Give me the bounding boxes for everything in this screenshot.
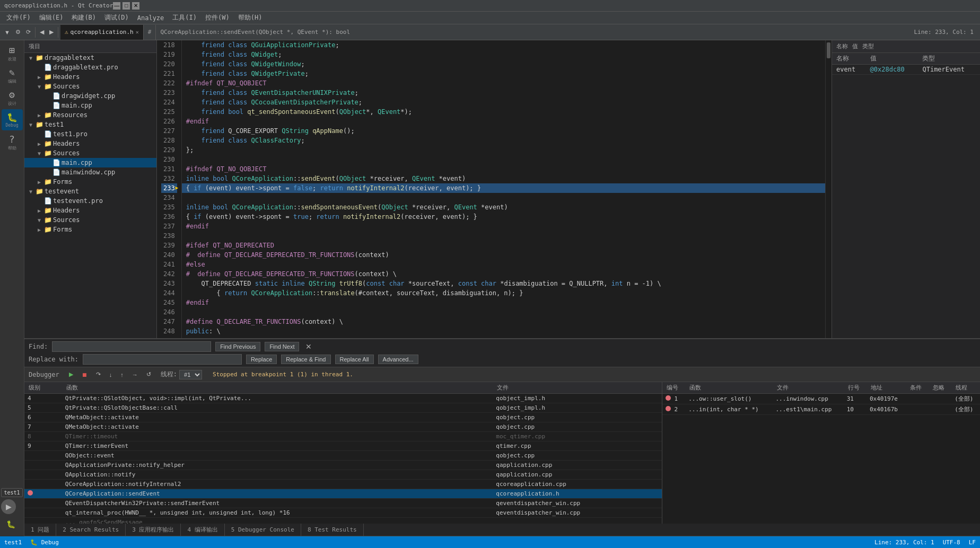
tree-item-forms-2[interactable]: ▶ 📁 Forms (24, 225, 156, 234)
stack-cell-file-8: qapplication.cpp (493, 470, 662, 480)
tree-item-sources-2[interactable]: ▼ 📁 Sources (24, 148, 156, 158)
menu-help[interactable]: 帮助(H) (234, 12, 267, 23)
debug-step-out-btn[interactable]: ↑ (117, 370, 127, 379)
menu-edit[interactable]: 编辑(E) (35, 12, 68, 23)
tree-item-headers-2[interactable]: ▶ 📁 Headers (24, 139, 156, 148)
debug-continue-btn[interactable]: ▶ (66, 370, 76, 379)
tree-item-draggabletext[interactable]: ▼ 📁 draggabletext (24, 53, 156, 63)
find-prev-button[interactable]: Find Previous (215, 342, 260, 351)
stack-row-6[interactable]: QObject::event qobject.cpp (24, 451, 662, 461)
maximize-button[interactable]: □ (122, 2, 130, 10)
bp-row-0[interactable]: 1 ...ow::user_slot() ...inwindow.cpp 31 … (662, 394, 980, 404)
bottom-tab-problems[interactable]: 1 问题 (24, 524, 56, 536)
icon-bar-help-label: 帮助 (8, 145, 16, 151)
debug-reset-btn[interactable]: ↺ (143, 370, 154, 379)
stack-row-11[interactable]: QEventDispatcherWin32Private::sendTimerE… (24, 499, 662, 508)
tree-item-testevent[interactable]: ▼ 📁 testevent (24, 187, 156, 196)
stack-row-8[interactable]: QApplication::notify qapplication.cpp (24, 470, 662, 480)
tab-2[interactable]: # (144, 25, 156, 40)
toolbar-btn-1[interactable]: ▼ (2, 28, 12, 37)
debug-step-over-btn[interactable]: ↷ (93, 370, 104, 379)
bottom-tab-search[interactable]: 2 Search Results (56, 524, 126, 536)
tab-close-1[interactable]: ✕ (136, 29, 139, 35)
tree-item-draggabletext-pro[interactable]: 📄 draggabletext.pro (24, 63, 156, 72)
icon-bar-edit[interactable]: ✎ 编辑 (2, 65, 23, 86)
editor-scrollbar[interactable] (825, 40, 832, 338)
replace-all-button[interactable]: Replace All (335, 355, 374, 364)
menu-build[interactable]: 构建(B) (67, 12, 100, 23)
find-close-button[interactable]: ✕ (303, 342, 314, 351)
toolbar-btn-back[interactable]: ◀ (38, 28, 46, 37)
edit-icon: ✎ (9, 67, 15, 78)
find-next-button[interactable]: Find Next (265, 342, 299, 351)
bottom-tab-build-output[interactable]: 4 编译输出 (181, 524, 224, 536)
debug-debug-button[interactable]: 🐛 (1, 516, 20, 532)
tree-item-headers-1[interactable]: ▶ 📁 Headers (24, 72, 156, 82)
bp-col-cond: 条件 (906, 382, 929, 394)
find-input[interactable] (52, 341, 211, 352)
tree-item-mainwindow[interactable]: 📄 mainwindow.cpp (24, 167, 156, 177)
toolbar-btn-3[interactable]: ⟳ (24, 28, 33, 37)
bottom-tab-debugger-console[interactable]: 5 Debugger Console (225, 524, 301, 536)
code-editor[interactable]: 218 219 220 221 222 223 224 225 226 227 … (157, 40, 832, 338)
stack-row-3[interactable]: 7 QMetaObject::activate qobject.cpp (24, 422, 662, 432)
var-row-event[interactable]: event @0x28dc80 QTimerEvent (832, 65, 980, 75)
code-229: }; (182, 145, 825, 155)
ln-222: 222 (161, 78, 177, 88)
replace-button[interactable]: Replace (246, 355, 277, 364)
tree-item-main-cpp-1[interactable]: 📄 main.cpp (24, 101, 156, 110)
menu-debug[interactable]: 调试(D) (100, 12, 133, 23)
debug-stop-btn[interactable]: ⏹ (78, 370, 91, 379)
tree-item-resources[interactable]: ▶ 📁 Resources (24, 110, 156, 120)
debug-run-label: test1 (1, 488, 22, 497)
stack-row-5[interactable]: 9 QTimer::timerEvent qtimer.cpp (24, 441, 662, 451)
tree-arrow-headers-1: ▶ (35, 73, 43, 81)
scrollbar-thumb[interactable] (827, 42, 830, 58)
close-button[interactable]: ✕ (132, 2, 139, 10)
tree-arrow-draggabletext: ▼ (27, 54, 35, 62)
toolbar-btn-2[interactable]: ⚙ (13, 28, 23, 37)
tree-label-resources: Resources (52, 111, 88, 119)
icon-bar-welcome[interactable]: ⊞ 欢迎 (2, 42, 23, 64)
menu-file[interactable]: 文件(F) (2, 12, 35, 23)
tree-item-headers-3[interactable]: ▶ 📁 Headers (24, 206, 156, 215)
debug-run-to-btn[interactable]: → (129, 370, 141, 379)
menu-analyze[interactable]: Analyze (133, 13, 169, 23)
stack-row-12[interactable]: qt_internal_proc(HWND__ *, unsigned int,… (24, 508, 662, 518)
tree-item-sources-1[interactable]: ▼ 📁 Sources (24, 82, 156, 91)
menu-tools[interactable]: 工具(I) (168, 12, 201, 23)
menu-widgets[interactable]: 控件(W) (201, 12, 234, 23)
stack-row-0[interactable]: 4 QtPrivate::QSlotObject, void>::impl(in… (24, 394, 662, 403)
tree-item-test1-pro[interactable]: 📄 test1.pro (24, 129, 156, 139)
stack-row-2[interactable]: 6 QMetaObject::activate qobject.cpp (24, 413, 662, 422)
stack-cell-level-13 (24, 518, 62, 524)
replace-input[interactable] (83, 354, 242, 365)
icon-bar-help[interactable]: ? 帮助 (2, 131, 23, 153)
bottom-tab-app-output[interactable]: 3 应用程序输出 (126, 524, 181, 536)
tab-qcoreapplication[interactable]: ⚠ qcoreapplication.h ✕ (60, 25, 144, 40)
stack-row-4[interactable]: 8 QTimer::timeout moc_qtimer.cpp (24, 432, 662, 441)
stack-row-9[interactable]: QCoreApplication::notifyInternal2 qcorea… (24, 480, 662, 489)
bp-row-1[interactable]: 2 ...in(int, char * *) ...est1\main.cpp … (662, 404, 980, 415)
thread-select[interactable]: #1 (179, 370, 202, 379)
toolbar-btn-forward[interactable]: ▶ (47, 28, 56, 37)
stack-row-10[interactable]: QCoreApplication::sendEvent qcoreapplica… (24, 489, 662, 499)
find-section: Find: Find Previous Find Next ✕ Replace … (24, 338, 980, 367)
minimize-button[interactable]: — (113, 2, 120, 10)
tree-item-main-cpp-2[interactable]: 📄 main.cpp (24, 158, 156, 167)
tree-item-dragwidget[interactable]: 📄 dragwidget.cpp (24, 91, 156, 101)
tree-item-testevent-pro[interactable]: 📄 testevent.pro (24, 196, 156, 206)
debug-run-button[interactable]: ▶ (1, 499, 16, 514)
stack-row-7[interactable]: QApplicationPrivate::notify_helper qappl… (24, 461, 662, 470)
tree-item-sources-3[interactable]: ▼ 📁 Sources (24, 215, 156, 225)
tree-item-forms-1[interactable]: ▶ 📁 Forms (24, 177, 156, 187)
advanced-button[interactable]: Advanced... (378, 355, 418, 364)
icon-bar-design[interactable]: ⚙ 设计 (2, 87, 23, 108)
tree-item-test1[interactable]: ▼ 📁 test1 (24, 120, 156, 129)
stack-row-13[interactable]: ... gapfnScSendMessage (24, 518, 662, 524)
debug-step-in-btn[interactable]: ↓ (106, 370, 116, 379)
stack-row-1[interactable]: 5 QtPrivate::QSlotObjectBase::call qobje… (24, 403, 662, 413)
replace-find-button[interactable]: Replace & Find (281, 355, 330, 364)
bottom-tab-test-results[interactable]: 8 Test Results (301, 524, 364, 536)
icon-bar-debug[interactable]: 🐛 Debug (2, 109, 23, 130)
